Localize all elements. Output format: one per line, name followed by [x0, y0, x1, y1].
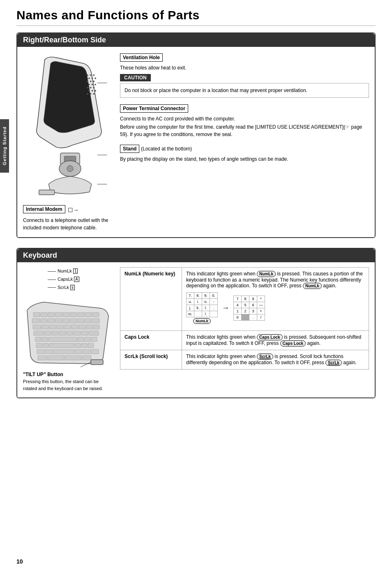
- svg-rect-55: [94, 325, 99, 329]
- svg-rect-86: [91, 360, 103, 365]
- capslk-desc-cell: This indicator lights green when Caps Lo…: [182, 331, 369, 350]
- svg-rect-33: [63, 312, 69, 317]
- numlk-indicator: —— NumLk 1: [48, 267, 113, 275]
- stand-note: (Located at the bottom): [141, 146, 192, 152]
- arrow-right-icon: →: [222, 304, 229, 312]
- power-terminal-desc2: Before using the computer for the first …: [120, 123, 369, 138]
- svg-rect-75: [88, 343, 94, 348]
- keyboard-info: NumLk (Numeric key) This indicator light…: [120, 267, 369, 370]
- svg-rect-84: [65, 356, 81, 360]
- svg-rect-44: [77, 319, 84, 323]
- svg-rect-77: [45, 349, 53, 354]
- tilt-up-label: "TILT UP" Button: [23, 372, 113, 377]
- svg-rect-34: [70, 312, 77, 317]
- svg-rect-38: [32, 319, 39, 323]
- numlk-badge: NumLk: [257, 271, 276, 277]
- svg-point-4: [92, 78, 93, 79]
- svg-rect-80: [83, 349, 90, 354]
- scrlk-indicator: —— ScrLk ii: [48, 284, 113, 292]
- svg-point-16: [92, 90, 93, 92]
- svg-rect-40: [48, 319, 54, 323]
- stand-label: Stand: [120, 145, 139, 153]
- scrlk-badge-2: ScrLk: [325, 360, 342, 366]
- keyboard-svg: [23, 294, 109, 368]
- svg-rect-48: [42, 325, 48, 329]
- svg-rect-62: [81, 331, 88, 335]
- numpad-diagram: 7. 8. 9. 0. u. i. o. - j: [186, 292, 364, 324]
- svg-rect-69: [91, 337, 97, 342]
- capslk-badge: Caps Lock: [257, 334, 283, 340]
- svg-rect-68: [85, 337, 90, 342]
- numlk-key-cell: NumLk (Numeric key): [120, 268, 182, 331]
- svg-point-9: [88, 84, 90, 85]
- stand-desc: By placing the display on the stand, two…: [120, 155, 369, 163]
- capslk-badge-2: Caps Lock: [280, 340, 306, 347]
- scrlk-desc-cell: This indicator lights green when ScrLk i…: [182, 350, 369, 370]
- modem-arrow-icon: ☐→: [68, 207, 79, 213]
- scrlk-row: ScrLk (Scroll lock) This indicator light…: [120, 350, 369, 370]
- svg-rect-85: [82, 356, 91, 360]
- svg-rect-65: [42, 337, 48, 342]
- svg-point-0: [87, 74, 88, 76]
- title-divider: [16, 25, 376, 26]
- capslk-indicator: —— CapsLk A: [48, 275, 113, 284]
- svg-rect-32: [55, 312, 62, 317]
- power-terminal-entry: Power Terminal Connector Connects to the…: [120, 104, 369, 138]
- svg-rect-64: [35, 337, 41, 342]
- internal-modem-desc: Connects to a telephone outlet with the …: [23, 217, 113, 231]
- caution-label: CAUTION: [120, 74, 151, 81]
- svg-rect-39: [40, 319, 47, 323]
- svg-rect-79: [75, 349, 82, 354]
- device-diagram: Internal Modem ☐→ Connects to a telephon…: [23, 52, 113, 231]
- svg-rect-28: [39, 190, 55, 194]
- svg-rect-50: [57, 325, 63, 329]
- svg-point-3: [88, 78, 90, 79]
- svg-rect-31: [48, 312, 55, 317]
- svg-point-20: [93, 93, 95, 95]
- svg-rect-45: [85, 319, 91, 323]
- svg-rect-41: [55, 319, 62, 323]
- svg-point-6: [87, 81, 88, 82]
- svg-rect-46: [92, 319, 99, 323]
- svg-point-19: [90, 93, 92, 95]
- scrlk-badge: ScrLk: [257, 354, 273, 360]
- svg-point-2: [93, 74, 95, 76]
- svg-rect-74: [81, 343, 87, 348]
- svg-rect-61: [74, 331, 81, 335]
- capslk-row: Caps Lock This indicator lights green wh…: [120, 331, 369, 350]
- scrlk-key-cell: ScrLk (Scroll lock): [120, 350, 182, 370]
- getting-started-tab: Getting Started: [0, 119, 9, 173]
- svg-point-1: [90, 74, 92, 76]
- capslk-key-cell: Caps Lock: [120, 331, 182, 350]
- parts-info: Ventilation Hole These holes allow heat …: [120, 52, 369, 231]
- ventilation-entry: Ventilation Hole These holes allow heat …: [120, 53, 369, 98]
- svg-point-24: [67, 166, 73, 172]
- svg-point-10: [92, 84, 93, 85]
- svg-rect-49: [49, 325, 56, 329]
- svg-point-12: [87, 87, 88, 88]
- numlk-row: NumLk (Numeric key) This indicator light…: [120, 268, 369, 331]
- svg-rect-36: [85, 312, 92, 317]
- numlk-badge-2: NumLk: [303, 283, 322, 289]
- svg-point-13: [90, 87, 92, 88]
- svg-rect-81: [91, 349, 99, 354]
- svg-point-7: [90, 81, 92, 82]
- svg-point-5: [95, 78, 96, 79]
- svg-rect-66: [48, 337, 77, 342]
- page-number: 10: [16, 558, 23, 565]
- svg-rect-83: [48, 356, 64, 360]
- svg-rect-60: [67, 331, 73, 335]
- svg-rect-43: [70, 319, 76, 323]
- svg-rect-52: [71, 325, 78, 329]
- svg-point-18: [87, 93, 88, 95]
- svg-point-17: [95, 90, 96, 92]
- svg-point-15: [88, 90, 90, 92]
- svg-rect-67: [78, 337, 84, 342]
- right-rear-section: Right/Rear/Bottom Side: [16, 32, 376, 238]
- svg-rect-58: [52, 331, 58, 335]
- svg-rect-35: [78, 312, 84, 317]
- keyboard-header: Keyboard: [17, 249, 375, 262]
- indicator-lines: —— NumLk 1 —— CapsLk A —— ScrLk ii: [48, 267, 113, 291]
- svg-rect-57: [44, 331, 51, 335]
- internal-modem-label: Internal Modem: [23, 205, 65, 213]
